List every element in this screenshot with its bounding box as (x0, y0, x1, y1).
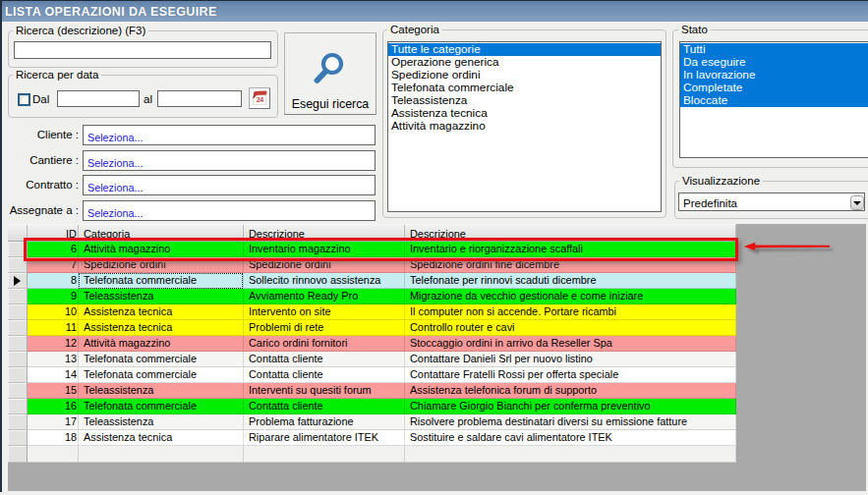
svg-text:24: 24 (257, 95, 263, 104)
